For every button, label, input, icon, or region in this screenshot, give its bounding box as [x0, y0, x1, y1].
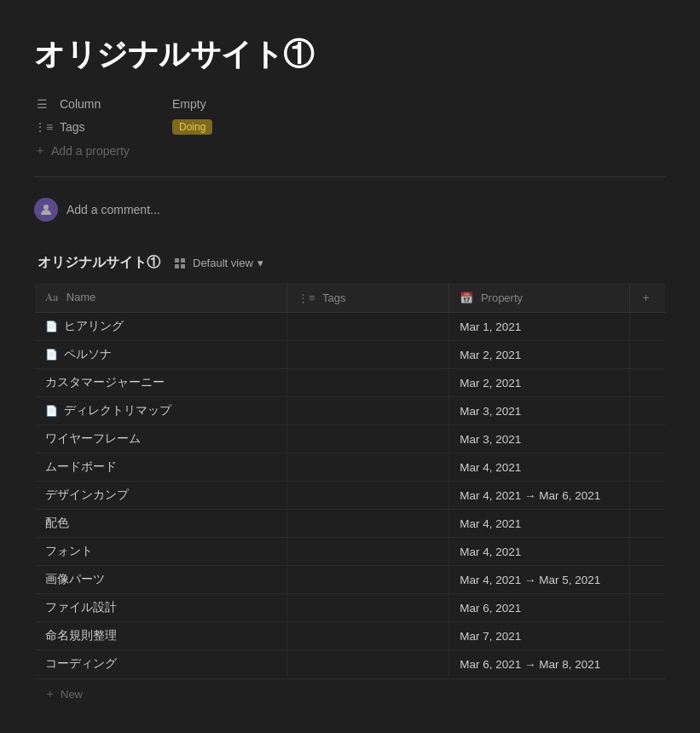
tags-property[interactable]: ⋮≡ Tags Doing [34, 115, 666, 139]
cell-date-9: Mar 4, 2021 → Mar 5, 2021 [449, 566, 629, 594]
cell-name-2[interactable]: カスタマージャーニー [35, 369, 287, 397]
table-row[interactable]: カスタマージャーニーMar 2, 2021 [35, 369, 666, 397]
table-row[interactable]: デザインカンプMar 4, 2021 → Mar 6, 2021 [35, 482, 666, 510]
row-name: 配色 [45, 516, 69, 531]
table-row[interactable]: ムードボードMar 4, 2021 [35, 453, 666, 482]
row-name: ディレクトリマップ [64, 403, 171, 418]
table-row[interactable]: 命名規則整理Mar 7, 2021 [35, 622, 666, 650]
cell-tags-9 [287, 566, 449, 594]
row-name: ヒアリング [64, 319, 124, 334]
svg-rect-3 [175, 264, 179, 268]
cell-date-3: Mar 3, 2021 [449, 397, 629, 425]
row-name: カスタマージャーニー [45, 375, 165, 390]
row-name: 命名規則整理 [45, 628, 117, 644]
table-row[interactable]: フォントMar 4, 2021 [35, 538, 666, 566]
cell-name-1[interactable]: 📄ペルソナ [35, 341, 287, 369]
cell-tags-6 [287, 482, 449, 510]
row-name: ワイヤーフレーム [45, 431, 141, 447]
column-icon: ☰ [34, 97, 49, 111]
cell-date-5: Mar 4, 2021 [449, 453, 629, 482]
cell-name-3[interactable]: 📄ディレクトリマップ [35, 397, 287, 425]
new-row-button[interactable]: ＋ New [34, 678, 666, 708]
page-title: オリジナルサイト① [34, 34, 666, 76]
cell-empty-3 [629, 397, 665, 425]
new-plus-icon: ＋ [44, 686, 55, 701]
cell-name-6[interactable]: デザインカンプ [35, 482, 287, 510]
add-property-button[interactable]: ＋ Add a property [34, 139, 666, 163]
cell-name-4[interactable]: ワイヤーフレーム [35, 425, 287, 453]
th-property: 📅 Property [449, 283, 629, 313]
table-row[interactable]: 画像パーツMar 4, 2021 → Mar 5, 2021 [35, 566, 666, 594]
th-name: 𝐀𝐚 Name [35, 283, 287, 313]
database-header: オリジナルサイト① Default view ▾ [34, 254, 666, 272]
cell-empty-1 [629, 341, 665, 369]
cell-tags-5 [287, 453, 449, 482]
table-row[interactable]: 配色Mar 4, 2021 [35, 510, 666, 538]
cell-tags-1 [287, 341, 449, 369]
cell-empty-8 [629, 538, 665, 566]
row-name: ペルソナ [64, 347, 112, 362]
add-comment-placeholder[interactable]: Add a comment... [67, 203, 160, 216]
tags-icon: ⋮≡ [34, 120, 49, 134]
svg-rect-4 [181, 264, 185, 268]
new-row-label: New [61, 688, 83, 701]
plus-icon: ＋ [34, 143, 46, 159]
property-col-icon: 📅 [460, 291, 473, 304]
comment-row[interactable]: Add a comment... [34, 191, 666, 228]
cell-tags-10 [287, 594, 449, 622]
tags-col-icon: ⋮≡ [298, 291, 315, 304]
cell-date-12: Mar 6, 2021 → Mar 8, 2021 [449, 650, 629, 678]
avatar [34, 198, 58, 222]
cell-empty-9 [629, 566, 665, 594]
cell-date-4: Mar 3, 2021 [449, 425, 629, 453]
table-row[interactable]: 📄ペルソナMar 2, 2021 [35, 341, 666, 369]
table-row[interactable]: 📄ディレクトリマップMar 3, 2021 [35, 397, 666, 425]
cell-name-8[interactable]: フォント [35, 538, 287, 566]
cell-name-9[interactable]: 画像パーツ [35, 566, 287, 594]
default-view-button[interactable]: Default view ▾ [169, 255, 269, 271]
cell-date-0: Mar 1, 2021 [449, 313, 629, 341]
cell-empty-6 [629, 482, 665, 510]
column-property[interactable]: ☰ Column Empty [34, 93, 666, 115]
table-row[interactable]: ファイル設計Mar 6, 2021 [35, 594, 666, 622]
cell-empty-10 [629, 594, 665, 622]
cell-empty-12 [629, 650, 665, 678]
cell-name-0[interactable]: 📄ヒアリング [35, 313, 287, 341]
table-header-row: 𝐀𝐚 Name ⋮≡ Tags 📅 Property ＋ [35, 283, 666, 313]
row-name: フォント [45, 544, 93, 559]
table-row[interactable]: ワイヤーフレームMar 3, 2021 [35, 425, 666, 453]
doc-icon: 📄 [45, 349, 58, 361]
column-label: Column [60, 97, 162, 111]
cell-date-8: Mar 4, 2021 [449, 538, 629, 566]
row-name: ムードボード [45, 459, 117, 475]
cell-name-11[interactable]: 命名規則整理 [35, 622, 287, 650]
table-row[interactable]: コーディングMar 6, 2021 → Mar 8, 2021 [35, 650, 666, 678]
table-row[interactable]: 📄ヒアリングMar 1, 2021 [35, 313, 666, 341]
svg-rect-1 [175, 258, 179, 263]
cell-date-11: Mar 7, 2021 [449, 622, 629, 650]
cell-name-10[interactable]: ファイル設計 [35, 594, 287, 622]
divider [34, 176, 666, 177]
database-section: オリジナルサイト① Default view ▾ 𝐀𝐚 Name [34, 254, 666, 708]
cell-tags-2 [287, 369, 449, 397]
cell-date-6: Mar 4, 2021 → Mar 6, 2021 [449, 482, 629, 510]
cell-tags-12 [287, 650, 449, 678]
grid-icon [174, 257, 186, 269]
cell-name-5[interactable]: ムードボード [35, 453, 287, 482]
cell-empty-11 [629, 622, 665, 650]
cell-empty-4 [629, 425, 665, 453]
svg-rect-2 [181, 258, 185, 263]
doc-icon: 📄 [45, 320, 58, 332]
cell-tags-11 [287, 622, 449, 650]
cell-tags-4 [287, 425, 449, 453]
doing-tag[interactable]: Doing [172, 119, 212, 135]
th-tags: ⋮≡ Tags [287, 283, 449, 313]
cell-name-7[interactable]: 配色 [35, 510, 287, 538]
row-name: ファイル設計 [45, 600, 117, 615]
th-add-column[interactable]: ＋ [629, 283, 665, 313]
chevron-down-icon: ▾ [257, 257, 263, 269]
cell-tags-0 [287, 313, 449, 341]
database-title: オリジナルサイト① [38, 254, 160, 272]
cell-tags-7 [287, 510, 449, 538]
cell-name-12[interactable]: コーディング [35, 650, 287, 678]
